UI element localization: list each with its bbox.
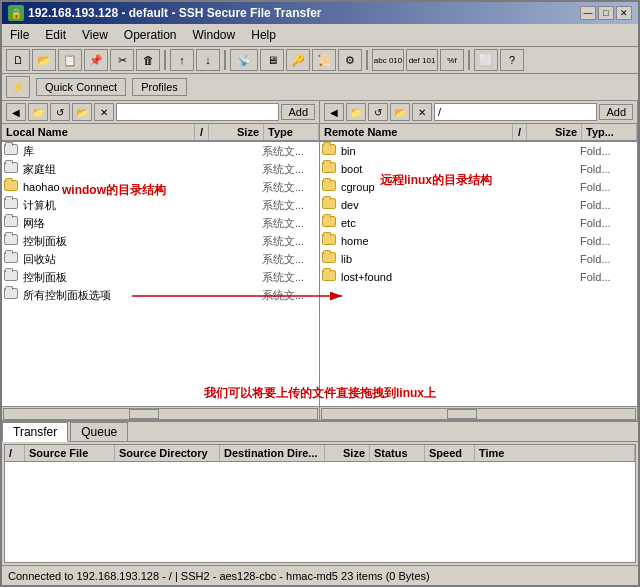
remote-panel: ◀ 📁 ↺ 📂 ✕ Add Remote Name / Size Typ... … <box>320 101 638 420</box>
toolbar-new[interactable]: 🗋 <box>6 49 30 71</box>
local-row-1[interactable]: 家庭组 系统文... <box>2 160 319 178</box>
remote-row-5[interactable]: home Fold... <box>320 232 637 250</box>
local-row-5[interactable]: 控制面板 系统文... <box>2 232 319 250</box>
remote-row-1[interactable]: boot Fold... <box>320 160 637 178</box>
transfer-col-speed[interactable]: Speed <box>425 445 475 461</box>
maximize-button[interactable]: □ <box>598 6 614 20</box>
local-col-slash[interactable]: / <box>195 124 209 140</box>
remote-panel-toolbar: ◀ 📁 ↺ 📂 ✕ Add <box>320 101 637 124</box>
local-add-button[interactable]: Add <box>281 104 315 120</box>
remote-folder-icon-6 <box>322 252 338 266</box>
minimize-button[interactable]: — <box>580 6 596 20</box>
toolbar-host[interactable]: 🖥 <box>260 49 284 71</box>
toolbar-def[interactable]: def 101 <box>406 49 438 71</box>
local-row-4[interactable]: 网络 系统文... <box>2 214 319 232</box>
remote-row-0[interactable]: bin Fold... <box>320 142 637 160</box>
toolbar-help[interactable]: ? <box>500 49 524 71</box>
local-refresh-btn[interactable]: ↺ <box>50 103 70 121</box>
menu-edit[interactable]: Edit <box>41 26 70 44</box>
remote-col-slash[interactable]: / <box>513 124 527 140</box>
toolbar-cert[interactable]: 📜 <box>312 49 336 71</box>
remote-folder-btn[interactable]: 📁 <box>346 103 366 121</box>
toolbar-hex[interactable]: %f <box>440 49 464 71</box>
local-file-type-7: 系统文... <box>262 270 317 285</box>
tab-transfer[interactable]: Transfer <box>2 422 68 442</box>
remote-col-name[interactable]: Remote Name <box>320 124 513 140</box>
toolbar-block[interactable]: ⬜ <box>474 49 498 71</box>
remote-file-type-4: Fold... <box>580 217 635 229</box>
local-delete-btn[interactable]: ✕ <box>94 103 114 121</box>
toolbar-copy[interactable]: 📋 <box>58 49 82 71</box>
close-button[interactable]: ✕ <box>616 6 632 20</box>
remote-col-type[interactable]: Typ... <box>582 124 637 140</box>
menu-view[interactable]: View <box>78 26 112 44</box>
menu-help[interactable]: Help <box>247 26 280 44</box>
local-col-name[interactable]: Local Name <box>2 124 195 140</box>
folder-icon-0 <box>4 144 20 158</box>
transfer-col-size[interactable]: Size <box>325 445 370 461</box>
toolbar-settings[interactable]: ⚙ <box>338 49 362 71</box>
local-col-size[interactable]: Size <box>209 124 264 140</box>
remote-folder-icon-5 <box>322 234 338 248</box>
local-back-btn[interactable]: ◀ <box>6 103 26 121</box>
transfer-table: / Source File Source Directory Destinati… <box>4 444 636 563</box>
transfer-col-time[interactable]: Time <box>475 445 635 461</box>
menu-bar: File Edit View Operation Window Help <box>2 24 638 47</box>
remote-folder-icon-1 <box>322 162 338 176</box>
toolbar-sep1 <box>164 50 166 70</box>
toolbar-paste[interactable]: 📌 <box>84 49 108 71</box>
remote-back-btn[interactable]: ◀ <box>324 103 344 121</box>
local-path-input[interactable] <box>116 103 279 121</box>
menu-operation[interactable]: Operation <box>120 26 181 44</box>
remote-new-folder-btn[interactable]: 📂 <box>390 103 410 121</box>
toolbar-open[interactable]: 📂 <box>32 49 56 71</box>
remote-row-4[interactable]: etc Fold... <box>320 214 637 232</box>
local-row-0[interactable]: 库 系统文... <box>2 142 319 160</box>
profiles-button[interactable]: Profiles <box>132 78 187 96</box>
remote-refresh-btn[interactable]: ↺ <box>368 103 388 121</box>
local-row-2[interactable]: haohao 系统文... <box>2 178 319 196</box>
toolbar-delete[interactable]: 🗑 <box>136 49 160 71</box>
toolbar-down[interactable]: ↓ <box>196 49 220 71</box>
toolbar-up[interactable]: ↑ <box>170 49 194 71</box>
quick-connect-label: Quick Connect <box>45 81 117 93</box>
remote-row-7[interactable]: lost+found Fold... <box>320 268 637 286</box>
remote-file-type-6: Fold... <box>580 253 635 265</box>
toolbar-abc[interactable]: abc 010 <box>372 49 404 71</box>
remote-row-3[interactable]: dev Fold... <box>320 196 637 214</box>
transfer-col-destdir[interactable]: Destination Dire... <box>220 445 325 461</box>
toolbar-connect[interactable]: 📡 <box>230 49 258 71</box>
remote-row-6[interactable]: lib Fold... <box>320 250 637 268</box>
transfer-col-num[interactable]: / <box>5 445 25 461</box>
local-row-6[interactable]: 回收站 系统文... <box>2 250 319 268</box>
remote-col-size[interactable]: Size <box>527 124 582 140</box>
transfer-col-status[interactable]: Status <box>370 445 425 461</box>
toolbar-key[interactable]: 🔑 <box>286 49 310 71</box>
local-row-3[interactable]: 计算机 系统文... <box>2 196 319 214</box>
remote-delete-btn[interactable]: ✕ <box>412 103 432 121</box>
menu-file[interactable]: File <box>6 26 33 44</box>
tab-queue[interactable]: Queue <box>70 422 128 441</box>
folder-icon-1 <box>4 162 20 176</box>
local-row-7[interactable]: 控制面板 系统文... <box>2 268 319 286</box>
nav-icon[interactable]: ⚡ <box>6 76 30 98</box>
toolbar-cut[interactable]: ✂ <box>110 49 134 71</box>
local-row-8[interactable]: 所有控制面板选项 系统文... <box>2 286 319 304</box>
transfer-col-src[interactable]: Source File <box>25 445 115 461</box>
local-file-list: 库 系统文... 家庭组 系统文... haohao 系统文... <box>2 142 319 406</box>
remote-file-name-0: bin <box>341 145 525 157</box>
local-new-folder-btn[interactable]: 📂 <box>72 103 92 121</box>
window-title: 192.168.193.128 - default - SSH Secure F… <box>28 6 321 20</box>
quick-connect-button[interactable]: Quick Connect <box>36 78 126 96</box>
remote-row-2[interactable]: cgroup Fold... <box>320 178 637 196</box>
toolbar: 🗋 📂 📋 📌 ✂ 🗑 ↑ ↓ 📡 🖥 🔑 📜 ⚙ abc 010 def 10… <box>2 47 638 74</box>
menu-window[interactable]: Window <box>189 26 240 44</box>
panels-container: ◀ 📁 ↺ 📂 ✕ Add Local Name / Size Type 库 <box>2 101 638 420</box>
local-file-type-8: 系统文... <box>262 288 317 303</box>
local-col-type[interactable]: Type <box>264 124 319 140</box>
local-folder-btn[interactable]: 📁 <box>28 103 48 121</box>
folder-icon-7 <box>4 270 20 284</box>
transfer-col-srcdir[interactable]: Source Directory <box>115 445 220 461</box>
remote-add-button[interactable]: Add <box>599 104 633 120</box>
remote-path-input[interactable] <box>434 103 597 121</box>
